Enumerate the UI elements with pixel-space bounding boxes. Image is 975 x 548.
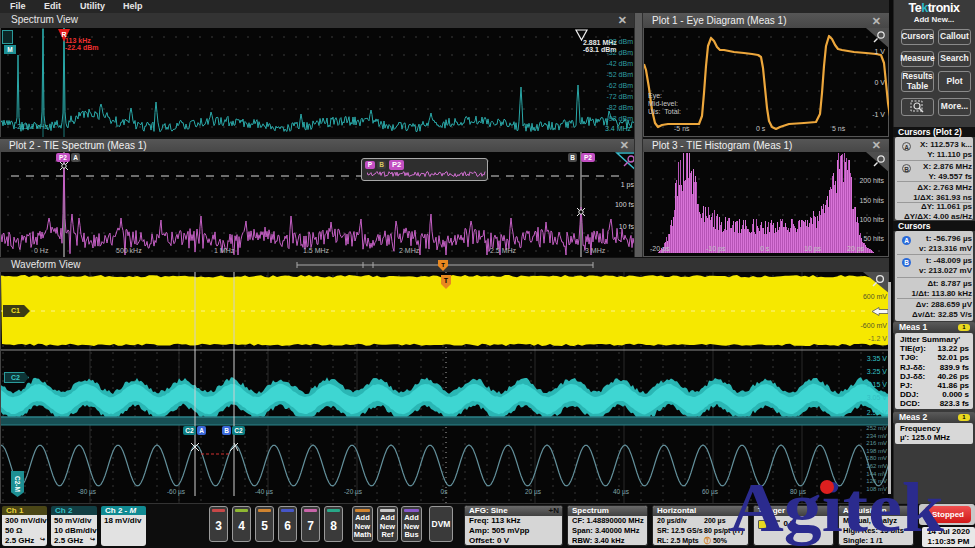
- svg-text:-40 µs: -40 µs: [255, 488, 274, 496]
- svg-text:3.15 V: 3.15 V: [867, 381, 888, 388]
- svg-text:162 mV: 162 mV: [866, 463, 887, 469]
- svg-text:3.05 V: 3.05 V: [867, 394, 888, 401]
- svg-text:216 mV: 216 mV: [866, 440, 887, 446]
- svg-text:-80 µs: -80 µs: [78, 488, 97, 496]
- svg-text:-20 µs: -20 µs: [344, 488, 363, 496]
- svg-text:234 mV: 234 mV: [866, 433, 887, 439]
- svg-text:T: T: [441, 262, 445, 268]
- svg-text:2.95 V: 2.95 V: [867, 409, 888, 416]
- svg-text:-600 mV: -600 mV: [861, 322, 888, 329]
- svg-text:600 mV: 600 mV: [863, 293, 887, 300]
- svg-text:198 mV: 198 mV: [866, 448, 887, 454]
- svg-text:40 µs: 40 µs: [613, 488, 630, 496]
- svg-text:252 mV: 252 mV: [866, 425, 887, 431]
- svg-text:3.35 V: 3.35 V: [867, 355, 888, 362]
- svg-text:T: T: [444, 277, 449, 284]
- svg-text:-1.2 V: -1.2 V: [868, 335, 887, 342]
- svg-text:180 mV: 180 mV: [866, 455, 887, 461]
- svg-text:0s: 0s: [441, 488, 449, 495]
- svg-text:3.25 V: 3.25 V: [867, 368, 888, 375]
- svg-text:60 µs: 60 µs: [702, 488, 719, 496]
- svg-text:20 µs: 20 µs: [525, 488, 542, 496]
- svg-text:-60 µs: -60 µs: [167, 488, 186, 496]
